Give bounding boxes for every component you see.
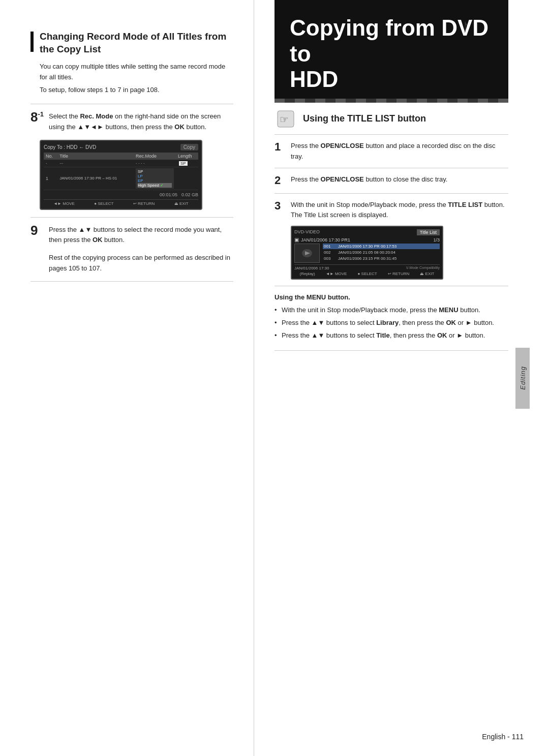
- section-bar: [30, 32, 34, 52]
- right-step-3-num: 3: [274, 200, 291, 212]
- smr-date: JAN/01/2006 17:30 PR1: [301, 237, 350, 243]
- nav-select: ● SELECT: [94, 201, 113, 206]
- smr-header: DVD-VIDEO Title List: [294, 229, 440, 235]
- right-step-1-num: 1: [274, 141, 291, 153]
- screen-mockup-right: DVD-VIDEO Title List ▣ JAN/01/2006 17:30…: [291, 226, 443, 280]
- title-list-section-header: ☞ Using the TITLE LIST button: [274, 103, 508, 135]
- title-list-heading: Using the TITLE LIST button: [303, 113, 426, 124]
- screen-table-left: No. Title Rec.Mode Length · ··· · · · · …: [44, 153, 198, 190]
- smr-list: 001 JAN/01/2006 17:30 PR 00:17:53 002 JA…: [323, 244, 440, 263]
- right-step-2-num: 2: [274, 174, 291, 187]
- screen-size: 0.02 GB: [181, 192, 198, 197]
- right-step-1: 1 Press the OPEN/CLOSE button and place …: [274, 135, 508, 169]
- screen-header-left: Copy To : HDD ← DVD Copy: [44, 144, 198, 150]
- col-title: Title: [57, 153, 134, 160]
- setup-note: To setup, follow steps 1 to 7 in page 10…: [40, 86, 233, 94]
- step-8-content: Select the Rec. Mode on the right-hand s…: [49, 111, 233, 133]
- nav-exit: ⏏ EXIT: [420, 271, 434, 276]
- screen-header-text: Copy To : HDD ← DVD: [44, 144, 96, 150]
- header-decoration: ♪: [458, 10, 498, 41]
- smr-info-row: ▣ JAN/01/2006 17:30 PR1 1/3: [294, 237, 440, 243]
- smr-bottom: JAN/01/2006 17:30 V-Mode Compatibility: [294, 264, 440, 270]
- cell-recmode: · · · ·: [134, 160, 176, 167]
- col-recmode: Rec.Mode: [134, 153, 176, 160]
- divider-2: [30, 217, 233, 218]
- nav-return: ↩ RETURN: [388, 271, 410, 276]
- smr-nav: (Replay) ◄► MOVE ● SELECT ↩ RETURN ⏏ EXI…: [294, 271, 440, 276]
- cell-no: 1: [44, 167, 57, 190]
- smr-bottom-date: JAN/01/2006 17:30: [294, 266, 329, 270]
- hand-icon: ☞: [274, 108, 297, 130]
- smr-compat: V-Mode Compatibility: [406, 266, 440, 270]
- step-8-number: 8-1: [30, 110, 49, 124]
- right-step-3: 3 With the unit in Stop mode/Playback mo…: [274, 194, 508, 287]
- nav-move: ◄► MOVE: [326, 271, 347, 276]
- screen-info-row: 00:01:05 0.02 GB: [44, 192, 198, 197]
- smr-content-row: 001 JAN/01/2006 17:30 PR 00:17:53 002 JA…: [294, 244, 440, 263]
- step-9-number: 9: [30, 224, 49, 237]
- list-item: Press the ▲▼ buttons to select Library, …: [274, 318, 508, 328]
- right-steps: 1 Press the OPEN/CLOSE button and place …: [274, 135, 508, 286]
- smr-bottom-row: JAN/01/2006 17:30 V-Mode Compatibility: [294, 266, 440, 270]
- table-row: · ··· · · · · SP: [44, 160, 198, 167]
- step-9-content: Press the ▲▼ buttons to select the recor…: [49, 225, 233, 246]
- screen-table-header: No. Title Rec.Mode Length: [44, 153, 198, 160]
- smr-dvd-label: DVD-VIDEO: [294, 229, 320, 235]
- menu-button-section: Using the MENU button. With the unit in …: [274, 286, 508, 350]
- intro-text: You can copy multiple titles while setti…: [40, 62, 233, 83]
- list-item: 001 JAN/01/2006 17:30 PR 00:17:53: [323, 244, 440, 249]
- page-number: English - 111: [482, 733, 524, 741]
- screen-header-copy: Copy: [180, 144, 198, 150]
- cell-title: ···: [57, 160, 134, 167]
- section-title: Changing Record Mode of All Titles from …: [40, 31, 233, 55]
- left-column: Changing Record Mode of All Titles from …: [0, 0, 254, 756]
- cell-no: ·: [44, 160, 57, 167]
- list-item: Press the ▲▼ buttons to select Title, th…: [274, 330, 508, 341]
- right-step-1-content: Press the OPEN/CLOSE button and place a …: [291, 141, 508, 162]
- title-list-sub: The Title List screen is displayed.: [291, 211, 388, 219]
- editing-tab-label: Editing: [519, 366, 527, 390]
- right-step-2: 2 Press the OPEN/CLOSE button to close t…: [274, 168, 508, 193]
- right-header: Copying from DVD to HDD ♪: [274, 0, 508, 103]
- list-item: 003 JAN/01/2006 23:15 PR 00:31:45: [323, 256, 440, 261]
- screen-nav-left: ◄► MOVE ● SELECT ↩ RETURN ⏏ EXIT: [44, 199, 198, 206]
- right-step-2-content: Press the OPEN/CLOSE button to close the…: [291, 174, 447, 185]
- cell-title: JAN/01/2006 17:30 PR – HS 01: [57, 167, 134, 190]
- svg-text:♪: ♪: [460, 15, 470, 37]
- section-heading: Changing Record Mode of All Titles from …: [30, 31, 233, 55]
- header-bars: [274, 99, 508, 103]
- col-length: Length: [176, 153, 198, 160]
- smr-title-badge: Title List: [417, 229, 440, 235]
- screen-mockup-left: Copy To : HDD ← DVD Copy No. Title Rec.M…: [40, 140, 202, 210]
- step-9: 9 Press the ▲▼ buttons to select the rec…: [30, 225, 233, 246]
- nav-replay: (Replay): [300, 271, 315, 276]
- page-container: Changing Record Mode of All Titles from …: [0, 0, 549, 756]
- col-no: No.: [44, 153, 57, 160]
- step-8: 8-1 Select the Rec. Mode on the right-ha…: [30, 111, 233, 133]
- step-9-sub: Rest of the copying process can be perfo…: [49, 253, 233, 274]
- divider-3: [30, 281, 233, 282]
- divider-1: [30, 104, 233, 104]
- cell-length: [176, 167, 198, 190]
- nav-exit: ⏏ EXIT: [174, 201, 189, 206]
- menu-section-list: With the unit in Stop mode/Playback mode…: [274, 305, 508, 341]
- list-item: With the unit in Stop mode/Playback mode…: [274, 305, 508, 316]
- nav-move: ◄► MOVE: [53, 201, 75, 206]
- editing-tab: Editing: [515, 348, 530, 409]
- svg-text:☞: ☞: [280, 114, 289, 125]
- smr-icon: ▣: [294, 237, 299, 243]
- cell-length: SP: [176, 160, 198, 167]
- nav-select: ● SELECT: [358, 271, 377, 276]
- nav-return: ↩ RETURN: [133, 201, 155, 206]
- cell-recmode: SP LP EP High Speed ✓: [134, 167, 176, 190]
- menu-section-title: Using the MENU button.: [274, 293, 508, 301]
- right-column: Copying from DVD to HDD ♪ ☞ Using the TI…: [254, 0, 529, 756]
- list-item: 002 JAN/01/2006 21:05 08 00:20:04: [323, 250, 440, 255]
- smr-thumbnail: [294, 244, 320, 263]
- table-row: 1 JAN/01/2006 17:30 PR – HS 01 SP LP EP …: [44, 167, 198, 190]
- right-step-3-content: With the unit in Stop mode/Playback mode…: [291, 200, 505, 221]
- screen-time: 00:01:05: [160, 192, 177, 197]
- smr-page: 1/3: [433, 237, 440, 243]
